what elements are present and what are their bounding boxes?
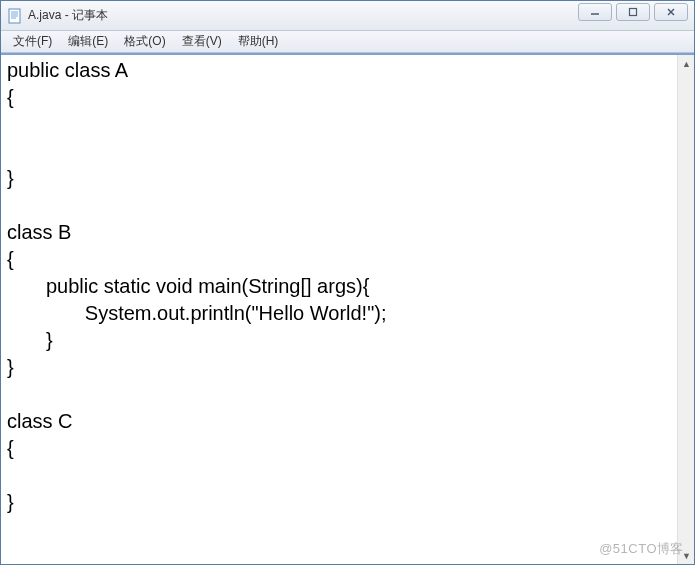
menu-help[interactable]: 帮助(H) [230,31,287,52]
scroll-up-arrow[interactable]: ▲ [678,55,694,72]
maximize-button[interactable] [616,3,650,21]
menu-format[interactable]: 格式(O) [116,31,173,52]
minimize-button[interactable] [578,3,612,21]
notepad-icon [7,8,23,24]
vertical-scrollbar[interactable]: ▲ ▼ [677,55,694,564]
app-window: A.java - 记事本 文件(F) 编辑(E) 格式(O) 查看(V) 帮助(… [0,0,695,565]
scroll-down-arrow[interactable]: ▼ [678,547,694,564]
window-controls [574,3,688,21]
text-editor[interactable]: public class A { } class B { public stat… [1,55,677,564]
close-button[interactable] [654,3,688,21]
menubar: 文件(F) 编辑(E) 格式(O) 查看(V) 帮助(H) [1,31,694,53]
menu-view[interactable]: 查看(V) [174,31,230,52]
menu-edit[interactable]: 编辑(E) [60,31,116,52]
svg-rect-6 [630,9,637,16]
editor-area: public class A { } class B { public stat… [1,53,694,564]
titlebar[interactable]: A.java - 记事本 [1,1,694,31]
menu-file[interactable]: 文件(F) [5,31,60,52]
